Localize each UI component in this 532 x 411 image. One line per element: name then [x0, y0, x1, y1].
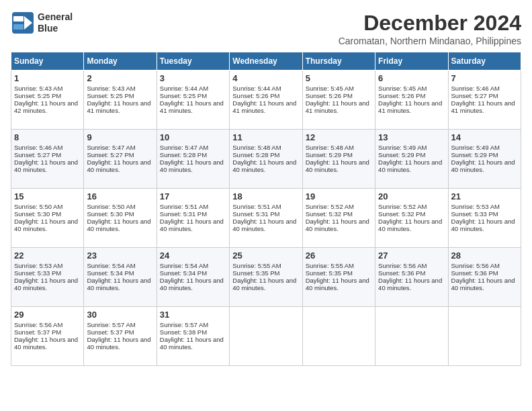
daylight-label: Daylight: 11 hours and 40 minutes.: [160, 277, 224, 291]
day-number: 16: [87, 191, 153, 201]
daylight-label: Daylight: 11 hours and 40 minutes.: [160, 218, 224, 232]
sunrise-label: Sunrise: 5:46 AM: [451, 85, 500, 92]
table-row: 12Sunrise: 5:48 AMSunset: 5:29 PMDayligh…: [302, 130, 375, 189]
day-number: 25: [232, 250, 299, 261]
day-number: 12: [306, 132, 372, 142]
sunset-label: Sunset: 5:27 PM: [87, 151, 134, 158]
sunset-label: Sunset: 5:35 PM: [232, 269, 279, 277]
table-row: [302, 307, 375, 366]
sunset-label: Sunset: 5:37 PM: [87, 328, 134, 336]
sunset-label: Sunset: 5:35 PM: [306, 269, 353, 277]
sunset-label: Sunset: 5:31 PM: [160, 210, 207, 218]
daylight-label: Daylight: 11 hours and 40 minutes.: [306, 158, 369, 173]
day-number: 1: [14, 73, 81, 83]
sunrise-label: Sunrise: 5:45 AM: [306, 85, 354, 92]
daylight-label: Daylight: 11 hours and 42 minutes.: [14, 99, 78, 114]
calendar-row: 15Sunrise: 5:50 AMSunset: 5:30 PMDayligh…: [11, 189, 521, 248]
daylight-label: Daylight: 11 hours and 40 minutes.: [378, 277, 442, 291]
daylight-label: Daylight: 11 hours and 40 minutes.: [14, 218, 78, 232]
day-number: 2: [87, 73, 153, 83]
day-number: 30: [87, 310, 153, 320]
table-row: 9Sunrise: 5:47 AMSunset: 5:27 PMDaylight…: [84, 130, 157, 189]
sunrise-label: Sunrise: 5:52 AM: [306, 203, 354, 210]
sunrise-label: Sunrise: 5:48 AM: [232, 144, 281, 151]
col-monday: Monday: [84, 52, 157, 71]
sunrise-label: Sunrise: 5:51 AM: [160, 203, 208, 210]
sunrise-label: Sunrise: 5:43 AM: [87, 85, 135, 92]
day-number: 13: [378, 132, 445, 142]
sunrise-label: Sunrise: 5:50 AM: [87, 203, 135, 210]
sunset-label: Sunset: 5:26 PM: [232, 92, 279, 99]
sunrise-label: Sunrise: 5:50 AM: [14, 203, 62, 210]
table-row: [230, 307, 302, 366]
sunrise-label: Sunrise: 5:53 AM: [451, 203, 500, 210]
calendar-row: 22Sunrise: 5:53 AMSunset: 5:33 PMDayligh…: [11, 248, 521, 307]
col-tuesday: Tuesday: [157, 52, 229, 71]
day-number: 26: [306, 250, 372, 261]
table-row: 13Sunrise: 5:49 AMSunset: 5:29 PMDayligh…: [375, 130, 448, 189]
daylight-label: Daylight: 11 hours and 40 minutes.: [160, 336, 224, 351]
logo: General Blue: [11, 11, 73, 35]
location: Caromatan, Northern Mindanao, Philippine…: [339, 36, 521, 46]
table-row: 17Sunrise: 5:51 AMSunset: 5:31 PMDayligh…: [157, 189, 229, 248]
table-row: 29Sunrise: 5:56 AMSunset: 5:37 PMDayligh…: [11, 307, 84, 366]
sunset-label: Sunset: 5:33 PM: [451, 210, 498, 218]
day-number: 18: [232, 191, 299, 201]
day-number: 22: [14, 250, 81, 261]
table-row: 28Sunrise: 5:56 AMSunset: 5:36 PMDayligh…: [448, 248, 521, 307]
sunset-label: Sunset: 5:29 PM: [451, 151, 498, 158]
sunset-label: Sunset: 5:27 PM: [14, 151, 61, 158]
sunrise-label: Sunrise: 5:57 AM: [160, 321, 208, 328]
table-row: 24Sunrise: 5:54 AMSunset: 5:34 PMDayligh…: [157, 248, 229, 307]
calendar-row: 1Sunrise: 5:43 AMSunset: 5:25 PMDaylight…: [11, 71, 521, 130]
table-row: 25Sunrise: 5:55 AMSunset: 5:35 PMDayligh…: [230, 248, 302, 307]
daylight-label: Daylight: 11 hours and 41 minutes.: [160, 99, 224, 114]
sunrise-label: Sunrise: 5:48 AM: [306, 144, 354, 151]
table-row: 8Sunrise: 5:46 AMSunset: 5:27 PMDaylight…: [11, 130, 84, 189]
sunset-label: Sunset: 5:28 PM: [160, 151, 207, 158]
sunrise-label: Sunrise: 5:47 AM: [87, 144, 135, 151]
sunrise-label: Sunrise: 5:46 AM: [14, 144, 62, 151]
table-row: 30Sunrise: 5:57 AMSunset: 5:37 PMDayligh…: [84, 307, 157, 366]
sunset-label: Sunset: 5:36 PM: [451, 269, 498, 277]
sunrise-label: Sunrise: 5:54 AM: [160, 262, 208, 269]
day-number: 10: [160, 132, 226, 142]
day-number: 9: [87, 132, 153, 142]
daylight-label: Daylight: 11 hours and 41 minutes.: [378, 99, 442, 114]
title-area: December 2024 Caromatan, Northern Mindan…: [339, 11, 521, 46]
sunrise-label: Sunrise: 5:49 AM: [378, 144, 427, 151]
daylight-label: Daylight: 11 hours and 40 minutes.: [232, 158, 296, 173]
table-row: 4Sunrise: 5:44 AMSunset: 5:26 PMDaylight…: [230, 71, 302, 130]
day-number: 5: [306, 73, 372, 83]
sunset-label: Sunset: 5:30 PM: [14, 210, 61, 218]
daylight-label: Daylight: 11 hours and 40 minutes.: [14, 277, 78, 291]
daylight-label: Daylight: 11 hours and 41 minutes.: [451, 99, 515, 114]
sunset-label: Sunset: 5:31 PM: [232, 210, 279, 218]
sunset-label: Sunset: 5:27 PM: [451, 92, 498, 99]
daylight-label: Daylight: 11 hours and 40 minutes.: [306, 277, 369, 291]
month-year: December 2024: [339, 11, 521, 36]
day-number: 3: [160, 73, 226, 83]
daylight-label: Daylight: 11 hours and 40 minutes.: [306, 218, 369, 232]
svg-rect-3: [13, 24, 24, 30]
sunrise-label: Sunrise: 5:47 AM: [160, 144, 208, 151]
day-number: 6: [378, 73, 445, 83]
sunrise-label: Sunrise: 5:43 AM: [14, 85, 62, 92]
calendar-table: Sunday Monday Tuesday Wednesday Thursday…: [11, 52, 521, 366]
sunset-label: Sunset: 5:25 PM: [87, 92, 134, 99]
calendar-header-row: Sunday Monday Tuesday Wednesday Thursday…: [11, 52, 521, 71]
day-number: 11: [232, 132, 299, 142]
daylight-label: Daylight: 11 hours and 40 minutes.: [232, 277, 296, 291]
day-number: 15: [14, 191, 81, 201]
table-row: 5Sunrise: 5:45 AMSunset: 5:26 PMDaylight…: [302, 71, 375, 130]
sunset-label: Sunset: 5:33 PM: [14, 269, 61, 277]
sunset-label: Sunset: 5:32 PM: [306, 210, 353, 218]
col-saturday: Saturday: [448, 52, 521, 71]
table-row: 23Sunrise: 5:54 AMSunset: 5:34 PMDayligh…: [84, 248, 157, 307]
sunset-label: Sunset: 5:34 PM: [160, 269, 207, 277]
svg-rect-2: [13, 16, 24, 21]
table-row: [375, 307, 448, 366]
sunset-label: Sunset: 5:32 PM: [378, 210, 425, 218]
sunset-label: Sunset: 5:26 PM: [306, 92, 353, 99]
table-row: 20Sunrise: 5:52 AMSunset: 5:32 PMDayligh…: [375, 189, 448, 248]
